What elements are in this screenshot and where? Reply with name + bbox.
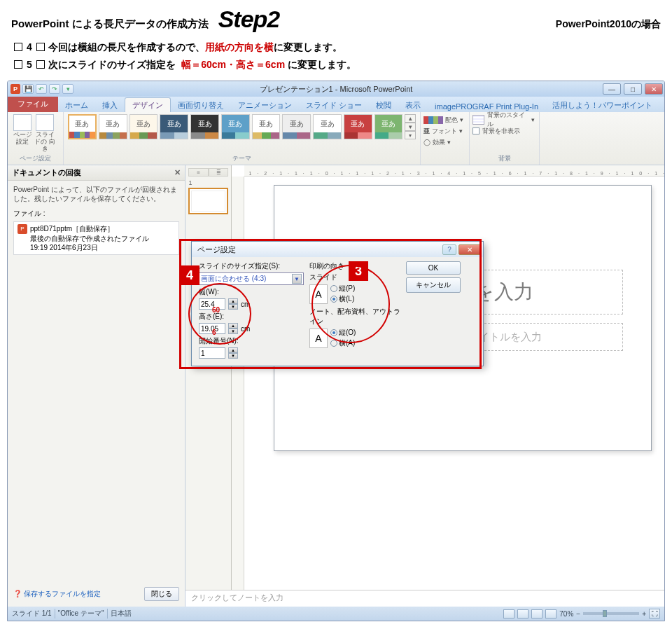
powerpoint-window: P 💾 ↶ ↷ ▾ プレゼンテーション1 - Microsoft PowerPo… xyxy=(7,81,665,621)
instr-text: 今回は横組の長尺を作成するので、 xyxy=(48,41,205,53)
editor-column: ≡≣ 1 1·2·1·1·1·0·1·1·1·2·1·3·1·4·1·5·1·6… xyxy=(186,165,664,607)
zoom-fit-button[interactable]: ⛶ xyxy=(649,609,660,618)
recovery-close-button[interactable]: 閉じる xyxy=(144,587,179,601)
view-normal-button[interactable] xyxy=(503,609,514,618)
theme-thumbnail[interactable]: 亜あ xyxy=(130,114,158,139)
radio-portrait2[interactable]: 縦(O) xyxy=(330,328,356,338)
qat-redo-button[interactable]: ↷ xyxy=(49,84,60,94)
tab-view[interactable]: 表示 xyxy=(398,98,428,112)
slide-orientation-button[interactable]: スライドの 向き xyxy=(34,114,55,153)
instr-num: 5 xyxy=(27,59,32,70)
zoom-out-button[interactable]: − xyxy=(576,610,580,618)
startnum-spinner[interactable]: ▲▼ xyxy=(228,347,238,359)
group-label: ページ設定 xyxy=(8,154,63,163)
width-spinner[interactable]: ▲▼ xyxy=(228,298,238,310)
width-label: 幅(W): xyxy=(199,287,304,297)
slide-thumbnail[interactable] xyxy=(188,188,228,214)
theme-thumbnail[interactable]: 亜あ xyxy=(68,114,97,139)
theme-thumbnail[interactable]: 亜あ xyxy=(374,114,403,139)
theme-thumbnail[interactable]: 亜あ xyxy=(282,114,311,139)
qat-undo-button[interactable]: ↶ xyxy=(36,84,47,94)
recovery-title: ドキュメントの回復 xyxy=(12,167,81,178)
chevron-down-icon: ▼ xyxy=(292,274,302,284)
tab-slideshow[interactable]: スライド ショー xyxy=(299,98,369,112)
tab-insert[interactable]: 挿入 xyxy=(95,98,125,112)
startnum-input[interactable]: 1 xyxy=(199,347,225,359)
qat-dropdown[interactable]: ▾ xyxy=(62,84,74,94)
thumb-tab[interactable]: ≡ xyxy=(188,168,209,177)
statusbar: スライド 1/1 "Office テーマ" 日本語 70% − + ⛶ xyxy=(8,607,664,621)
theme-thumbnail[interactable]: 亜あ xyxy=(252,114,281,139)
cancel-button[interactable]: キャンセル xyxy=(406,277,461,293)
qat-save-button[interactable]: 💾 xyxy=(22,84,34,94)
ribbon-group-themes: 亜あ 亜あ 亜あ 亜あ 亜あ 亜あ 亜あ 亜あ 亜あ 亜あ 亜あ ▲▼▾ テーマ xyxy=(64,112,421,165)
bg-style-button[interactable]: 背景のスタイル ▾ xyxy=(472,114,535,125)
recovery-file[interactable]: Pppt8D71pptm［自動保存］ 最後の自動保存で作成されたファイル 19:… xyxy=(13,221,179,255)
view-sorter-button[interactable] xyxy=(517,609,528,618)
recovery-file-line3: 19:19 2014年6月23日 xyxy=(30,243,175,252)
instr-red: 用紙の方向を横 xyxy=(205,41,274,53)
group-label: テーマ xyxy=(64,154,420,163)
bg-hide-checkbox[interactable]: 背景を非表示 xyxy=(472,125,535,137)
theme-name: "Office テーマ" xyxy=(58,609,104,618)
window-title: プレゼンテーション1 - Microsoft PowerPoint xyxy=(260,84,413,95)
annotation-height-value: 6 xyxy=(212,329,216,336)
slide-orientation-label: スライドの 向き xyxy=(34,132,55,153)
radio-landscape[interactable]: 横(L) xyxy=(330,294,355,304)
slide-orientation-icon xyxy=(36,114,54,131)
height-spinner[interactable]: ▲▼ xyxy=(228,323,238,334)
close-button[interactable]: ✕ xyxy=(645,83,663,95)
minimize-button[interactable]: — xyxy=(603,83,621,95)
tab-review[interactable]: 校閲 xyxy=(369,98,398,112)
theme-thumbnail[interactable]: 亜あ xyxy=(190,114,219,139)
zoom-in-button[interactable]: + xyxy=(642,610,646,618)
ruler-vertical xyxy=(232,177,244,590)
theme-thumbnail[interactable]: 亜あ xyxy=(221,114,250,139)
radio-landscape2[interactable]: 横(A) xyxy=(330,338,356,348)
badge-3: 3 xyxy=(349,261,368,281)
size-dropdown[interactable]: 画面に合わせる (4:3) ▼ xyxy=(199,272,304,285)
page-setup-button[interactable]: ページ 設定 xyxy=(12,114,33,153)
view-slideshow-button[interactable] xyxy=(545,609,556,618)
dialog-close-button[interactable]: ✕ xyxy=(458,244,481,255)
badge-4: 4 xyxy=(180,265,200,285)
ruler-horizontal: 1·2·1·1·1·0·1·1·1·2·1·3·1·4·1·5·1·6·1·7·… xyxy=(244,165,664,177)
recovery-link[interactable]: ❓ 保存するファイルを指定 xyxy=(13,589,101,599)
tab-home[interactable]: ホーム xyxy=(58,98,95,112)
fonts-button[interactable]: 亜 フォント ▾ xyxy=(424,125,465,137)
bg-hide-label: 背景を非表示 xyxy=(482,127,520,136)
dialog-titlebar: ページ設定 ? ✕ xyxy=(192,242,483,257)
unit-label: cm xyxy=(241,300,250,308)
view-reading-button[interactable] xyxy=(531,609,542,618)
theme-gallery-scroll[interactable]: ▲▼▾ xyxy=(405,114,416,139)
tab-file[interactable]: ファイル xyxy=(8,96,58,112)
page-setup-dialog: ページ設定 ? ✕ スライドのサイズ指定(S): 画面に合わせる (4:3) ▼… xyxy=(191,241,484,366)
group-label: 背景 xyxy=(470,154,539,163)
instr-text: に変更します。 xyxy=(274,41,342,53)
instr-num: 4 xyxy=(27,41,32,53)
tab-animations[interactable]: アニメーション xyxy=(231,98,299,112)
ok-button[interactable]: OK xyxy=(406,261,461,275)
effects-label: 効果 xyxy=(433,138,445,147)
recovery-close-icon[interactable]: ✕ xyxy=(174,168,181,177)
ribbon-group-colors: 配色 ▾ 亜 フォント ▾ ◯ 効果 ▾ xyxy=(421,112,470,165)
maximize-button[interactable]: □ xyxy=(624,83,642,95)
dialog-help-button[interactable]: ? xyxy=(442,244,456,255)
notes-pane[interactable]: クリックしてノートを入力 xyxy=(186,590,664,607)
tab-design[interactable]: デザイン xyxy=(125,97,171,112)
colors-button[interactable]: 配色 ▾ xyxy=(424,114,465,125)
bg-style-icon xyxy=(472,115,484,125)
radio-portrait[interactable]: 縦(P) xyxy=(330,284,355,293)
page-setup-label: ページ 設定 xyxy=(12,132,33,146)
unit-label: cm xyxy=(241,325,250,333)
thumb-tab[interactable]: ≣ xyxy=(209,168,229,177)
tab-transitions[interactable]: 画面切り替え xyxy=(171,98,231,112)
effects-button[interactable]: ◯ 効果 ▾ xyxy=(424,137,465,148)
zoom-slider[interactable] xyxy=(583,612,639,615)
page-setup-icon xyxy=(13,114,31,131)
theme-thumbnail[interactable]: 亜あ xyxy=(344,114,372,139)
tab-extra[interactable]: 活用しよう！パワーポイント xyxy=(545,98,659,112)
theme-thumbnail[interactable]: 亜あ xyxy=(160,114,188,139)
theme-thumbnail[interactable]: 亜あ xyxy=(313,114,342,139)
theme-thumbnail[interactable]: 亜あ xyxy=(99,114,127,139)
